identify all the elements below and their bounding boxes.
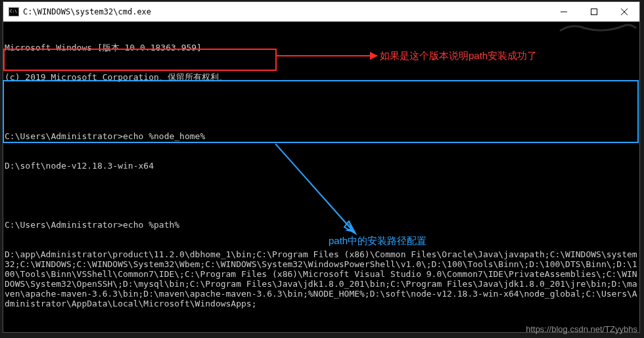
terminal-line: [5, 190, 639, 200]
annotation-red-arrow: [276, 55, 377, 56]
terminal-line: D:\soft\node-v12.18.3-win-x64: [5, 161, 639, 171]
watermark: https://blog.csdn.net/TZyybhs: [526, 324, 637, 334]
terminal-line: C:\Users\Administrator>echo %node_home%: [5, 131, 639, 141]
cmd-window: C:\WINDOWS\system32\cmd.exe Microsoft Wi…: [3, 1, 640, 333]
annotation-blue-text: path中的安装路径配置: [329, 235, 426, 247]
terminal-output[interactable]: Microsoft Windows [版本 10.0.18363.959] (c…: [3, 22, 639, 332]
terminal-line: Microsoft Windows [版本 10.0.18363.959]: [5, 43, 639, 53]
terminal-line: (c) 2019 Microsoft Corporation。保留所有权利。: [5, 72, 639, 82]
annotation-red-text: 如果是这个版本说明path安装成功了: [380, 50, 537, 62]
window-title: C:\WINDOWS\system32\cmd.exe: [23, 7, 549, 16]
titlebar[interactable]: C:\WINDOWS\system32\cmd.exe: [3, 2, 639, 22]
terminal-line: D:\app\Administrator\product\11.2.0\dbho…: [5, 249, 639, 308]
maximize-button[interactable]: [579, 2, 609, 22]
terminal-line: [5, 102, 639, 112]
cmd-icon: [9, 7, 19, 16]
close-button[interactable]: [609, 2, 639, 22]
minimize-button[interactable]: [549, 2, 579, 22]
svg-rect-1: [591, 9, 597, 14]
terminal-line: C:\Users\Administrator>echo %path%: [5, 220, 639, 230]
